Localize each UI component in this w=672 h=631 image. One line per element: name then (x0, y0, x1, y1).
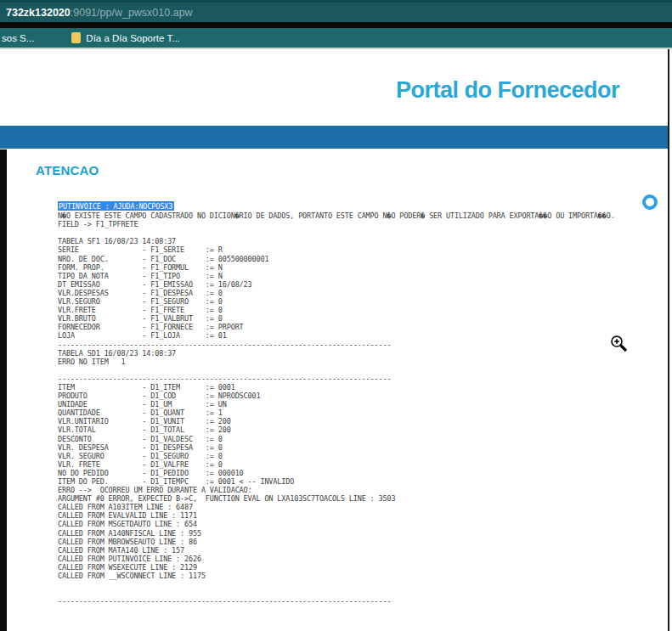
bookmark-item-dia-a-dia[interactable]: Día a Día Soporte T... (71, 32, 179, 43)
attention-heading: ATENCAO (36, 163, 99, 177)
right-edge-border (668, 49, 669, 631)
page-title: Portal do Fornecedor (396, 77, 619, 104)
bookmark-label: sos S... (2, 33, 34, 43)
browser-window: 732zk132020:9091/pp/w_pwsx010.apw sos S.… (0, 0, 672, 631)
page-header: Portal do Fornecedor (0, 51, 672, 126)
header-band (0, 126, 668, 149)
url-host: 732zk132020 (6, 7, 71, 19)
zoom-cursor-icon (609, 334, 630, 354)
folder-icon (71, 32, 81, 43)
bookmark-label: Día a Día Soporte T... (86, 33, 179, 43)
error-log: PUTINVOICE : AJUDA:NOCPOSX3 N�O EXISTE E… (58, 201, 665, 606)
url-path: :9091/pp/w_pwsx010.apw (71, 7, 193, 19)
loading-ring-icon (642, 194, 658, 210)
chrome-divider (0, 22, 672, 28)
log-text: N�O EXISTE ESTE CAMPO CADASTRADO NO DICI… (58, 211, 665, 606)
left-edge-strip (0, 149, 7, 631)
bookmarks-bar: sos S... Día a Día Soporte T... (0, 28, 672, 49)
url-bar[interactable]: 732zk132020:9091/pp/w_pwsx010.apw (0, 0, 672, 22)
bookmark-item-sos[interactable]: sos S... (2, 33, 34, 43)
selected-log-line: PUTINVOICE : AJUDA:NOCPOSX3 (58, 201, 174, 211)
